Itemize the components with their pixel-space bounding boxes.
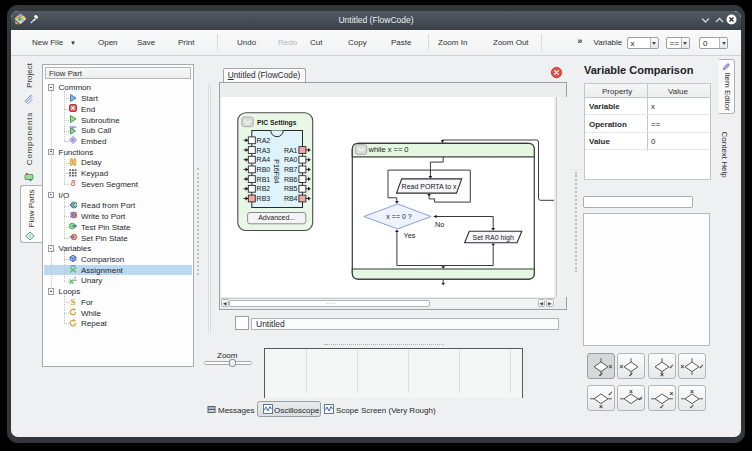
svg-text:RA0: RA0 bbox=[284, 157, 298, 164]
svg-text:S: S bbox=[70, 297, 75, 306]
svg-text:RB4: RB4 bbox=[284, 195, 298, 202]
svg-text:×: × bbox=[681, 363, 685, 370]
svg-text:No: No bbox=[435, 220, 444, 229]
svg-text:RB5: RB5 bbox=[284, 186, 298, 193]
svg-text:RB1: RB1 bbox=[257, 176, 271, 183]
svg-text:×: × bbox=[599, 403, 603, 409]
svg-text:✓: ✓ bbox=[699, 363, 704, 370]
svg-text:✓: ✓ bbox=[598, 371, 603, 377]
svg-text:Advanced...: Advanced... bbox=[258, 215, 295, 222]
svg-text:RA2: RA2 bbox=[257, 137, 271, 144]
svg-text:✓: ✓ bbox=[659, 403, 664, 409]
svg-text:×: × bbox=[669, 390, 673, 397]
svg-text:×: × bbox=[660, 371, 664, 377]
svg-text:RB0: RB0 bbox=[257, 166, 271, 173]
svg-text:×: × bbox=[609, 363, 613, 370]
svg-text:Read PORTA to x: Read PORTA to x bbox=[402, 183, 457, 190]
svg-text:1: 1 bbox=[73, 276, 76, 282]
svg-text:RB6: RB6 bbox=[284, 176, 298, 183]
svg-text:✓: ✓ bbox=[689, 403, 694, 409]
svg-text:✓: ✓ bbox=[668, 363, 673, 370]
svg-text:✓: ✓ bbox=[629, 371, 634, 377]
svg-text:×: × bbox=[629, 389, 633, 395]
svg-text:RB3: RB3 bbox=[257, 195, 271, 202]
svg-text:while x == 0: while x == 0 bbox=[368, 146, 409, 155]
svg-text:×: × bbox=[620, 363, 624, 370]
svg-text:RB7: RB7 bbox=[284, 166, 298, 173]
svg-text:RB2: RB2 bbox=[257, 186, 271, 193]
svg-text:P16F84: P16F84 bbox=[273, 160, 280, 185]
svg-text:PIC Settings: PIC Settings bbox=[257, 119, 297, 127]
svg-text:✓: ✓ bbox=[608, 390, 613, 397]
svg-text:x == 0 ?: x == 0 ? bbox=[387, 214, 412, 221]
svg-text:RA4: RA4 bbox=[257, 157, 271, 164]
svg-text:RA3: RA3 bbox=[257, 147, 271, 154]
svg-text:Yes: Yes bbox=[404, 231, 416, 240]
svg-text:8: 8 bbox=[70, 179, 75, 188]
svg-text:Set RA0 high: Set RA0 high bbox=[473, 234, 514, 242]
svg-text:✓: ✓ bbox=[638, 395, 643, 402]
svg-text:×: × bbox=[690, 389, 694, 395]
svg-text:RA1: RA1 bbox=[284, 147, 298, 154]
